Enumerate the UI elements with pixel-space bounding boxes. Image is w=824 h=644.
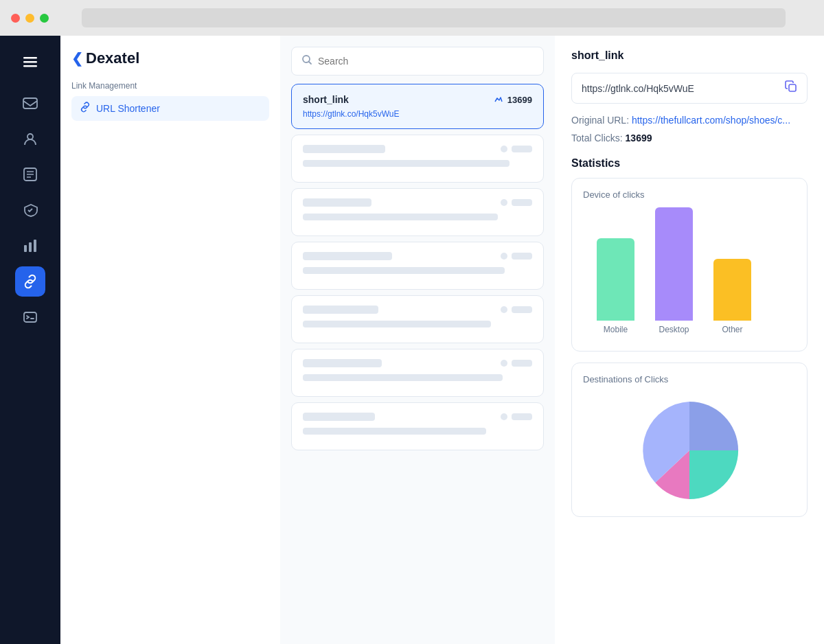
skeleton-card-3[interactable] bbox=[291, 242, 544, 290]
search-icon bbox=[301, 54, 312, 68]
svg-rect-9 bbox=[24, 245, 27, 252]
statistics-title: Statistics bbox=[571, 157, 808, 170]
link-card-header: short_link 13699 bbox=[303, 94, 532, 105]
original-url-row: Original URL: https://thefullcart.com/sh… bbox=[571, 115, 808, 126]
original-url-value: https://thefullcart.com/shop/shoes/c... bbox=[632, 115, 790, 126]
skeleton-card-5[interactable] bbox=[291, 349, 544, 397]
sidebar-contacts-icon[interactable] bbox=[15, 124, 45, 154]
right-panel: short_link https://gtlnk.co/Hqk5vWuE Ori… bbox=[555, 36, 824, 644]
svg-rect-2 bbox=[23, 65, 37, 67]
url-shortener-label: URL Shortener bbox=[96, 103, 160, 114]
nav-section-title: Link Management bbox=[71, 81, 269, 91]
other-bar-group: Other bbox=[713, 259, 751, 334]
app-layout: ❮ Dexatel Link Management URL Shortener bbox=[0, 36, 824, 644]
device-clicks-card: Device of clicks Mobile Desktop Other bbox=[571, 178, 808, 352]
sidebar-inbox-icon[interactable] bbox=[15, 88, 45, 118]
pie-chart bbox=[628, 395, 751, 505]
link-name: short_link bbox=[303, 94, 349, 105]
traffic-light-yellow[interactable] bbox=[25, 14, 34, 23]
brand-name: Dexatel bbox=[86, 49, 139, 67]
search-box[interactable] bbox=[291, 47, 544, 76]
skeleton-card-2[interactable] bbox=[291, 188, 544, 236]
sidebar-campaigns-icon[interactable] bbox=[15, 195, 45, 225]
total-clicks-label: Total Clicks: bbox=[571, 133, 623, 143]
desktop-bar-group: Desktop bbox=[655, 207, 693, 334]
brand-logo: ❮ bbox=[71, 50, 83, 67]
mobile-bar-group: Mobile bbox=[597, 238, 634, 334]
other-label: Other bbox=[722, 325, 742, 334]
brand: ❮ Dexatel bbox=[71, 49, 269, 67]
svg-line-15 bbox=[309, 62, 312, 65]
traffic-light-red[interactable] bbox=[11, 14, 20, 23]
device-chart-title: Device of clicks bbox=[583, 189, 796, 200]
copy-icon[interactable] bbox=[785, 80, 797, 96]
other-bar bbox=[713, 259, 751, 321]
nav-item-url-shortener[interactable]: URL Shortener bbox=[71, 96, 269, 121]
svg-rect-3 bbox=[23, 98, 37, 108]
search-input[interactable] bbox=[318, 56, 534, 67]
skeleton-card-6[interactable] bbox=[291, 402, 544, 450]
desktop-bar bbox=[655, 207, 693, 321]
sidebar-links-icon[interactable] bbox=[15, 266, 45, 297]
detail-title: short_link bbox=[571, 49, 808, 62]
svg-rect-10 bbox=[29, 242, 32, 252]
traffic-light-green[interactable] bbox=[40, 14, 49, 23]
left-panel: ❮ Dexatel Link Management URL Shortener bbox=[60, 36, 280, 644]
svg-rect-0 bbox=[23, 57, 37, 59]
skeleton-card-1[interactable] bbox=[291, 135, 544, 183]
total-clicks-row: Total Clicks: 13699 bbox=[571, 133, 808, 143]
svg-rect-12 bbox=[24, 312, 36, 322]
url-shortener-icon bbox=[80, 102, 91, 115]
svg-rect-11 bbox=[34, 240, 36, 252]
url-copy-box: https://gtlnk.co/Hqk5vWuE bbox=[571, 73, 808, 104]
short-url-text: https://gtlnk.co/Hqk5vWuE bbox=[582, 83, 779, 94]
link-clicks: 13699 bbox=[494, 95, 532, 105]
bar-chart: Mobile Desktop Other bbox=[583, 211, 796, 334]
mobile-bar bbox=[597, 238, 634, 321]
destinations-card: Destinations of Clicks bbox=[571, 363, 808, 517]
pie-chart-container bbox=[583, 395, 796, 505]
link-url: https://gtlnk.co/Hqk5vWuE bbox=[303, 109, 532, 119]
middle-panel: short_link 13699 https://gtlnk.co/Hqk5vW… bbox=[280, 36, 555, 644]
sidebar bbox=[0, 36, 60, 644]
sidebar-analytics-icon[interactable] bbox=[15, 231, 45, 261]
original-url-label: Original URL: bbox=[571, 115, 629, 126]
title-bar-url bbox=[82, 8, 786, 27]
desktop-label: Desktop bbox=[659, 325, 689, 334]
svg-point-4 bbox=[27, 134, 33, 139]
selected-link-card[interactable]: short_link 13699 https://gtlnk.co/Hqk5vW… bbox=[291, 84, 544, 129]
destinations-chart-title: Destinations of Clicks bbox=[583, 374, 796, 384]
svg-rect-16 bbox=[789, 84, 796, 91]
sidebar-templates-icon[interactable] bbox=[15, 159, 45, 189]
total-clicks-value: 13699 bbox=[626, 133, 652, 143]
sidebar-terminal-icon[interactable] bbox=[15, 302, 45, 332]
sidebar-menu-button[interactable] bbox=[15, 47, 45, 77]
skeleton-card-4[interactable] bbox=[291, 295, 544, 343]
mobile-label: Mobile bbox=[604, 325, 628, 334]
content-area: ❮ Dexatel Link Management URL Shortener bbox=[60, 36, 824, 644]
svg-rect-1 bbox=[23, 61, 37, 63]
title-bar bbox=[0, 0, 824, 36]
